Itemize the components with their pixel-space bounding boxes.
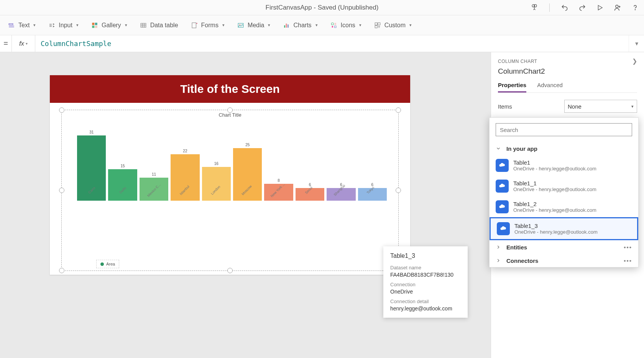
resize-handle[interactable] — [59, 268, 64, 273]
svg-rect-7 — [95, 23, 97, 25]
section-in-your-app[interactable]: In your app — [490, 142, 638, 155]
datasource-item[interactable]: Table1_2OneDrive - henry.legge@outlook.c… — [490, 196, 638, 217]
connection-detail-value: henry.legge@outlook.com — [390, 305, 461, 312]
search-input[interactable] — [496, 123, 632, 136]
ribbon-custom[interactable]: Custom▾ — [374, 21, 412, 29]
datasource-items: Table1OneDrive - henry.legge@outlook.com… — [490, 155, 638, 240]
title-bar: FirstCanvasApp - Saved (Unpublished) — [0, 0, 644, 15]
chart-bar[interactable]: 16 — [202, 162, 231, 201]
onedrive-icon — [496, 159, 509, 172]
chart-bar[interactable]: 15 — [108, 164, 137, 201]
chart-legend[interactable]: Area — [96, 260, 119, 268]
svg-rect-11 — [192, 23, 196, 28]
ribbon-gallery-label: Gallery — [102, 22, 121, 29]
svg-rect-8 — [92, 25, 94, 28]
help-icon[interactable] — [631, 3, 639, 12]
screen-title: Title of the Screen — [50, 75, 410, 103]
ribbon-charts[interactable]: Charts▾ — [283, 21, 317, 29]
panel-tabs: Properties Advanced — [498, 82, 637, 93]
svg-rect-12 — [238, 23, 243, 27]
svg-rect-10 — [141, 23, 146, 27]
chevron-down-icon: ▾ — [222, 23, 225, 28]
bar-value-label: 22 — [183, 149, 187, 153]
resize-handle[interactable] — [227, 268, 233, 273]
chevron-down-icon: ▾ — [26, 41, 28, 46]
ribbon-icons-label: Icons — [341, 22, 355, 29]
canvas-frame[interactable]: Title of the Screen Chart Title 31151122… — [50, 75, 410, 275]
ribbon-gallery[interactable]: Gallery▾ — [91, 21, 127, 29]
chart-bar[interactable]: 22 — [171, 149, 199, 201]
chart-bar[interactable]: 11 — [140, 172, 168, 201]
ribbon-input-label: Input — [59, 22, 72, 29]
redo-icon[interactable] — [578, 3, 586, 12]
datasource-search — [496, 123, 632, 136]
section-entities[interactable]: Entities ••• — [490, 240, 638, 254]
ribbon: Text▾ Input▾ Gallery▾ Data table Forms▾ … — [0, 15, 644, 35]
section-label: Connectors — [506, 257, 538, 264]
dataset-name-label: Dataset name — [390, 265, 461, 271]
fx-label: fx — [19, 40, 24, 48]
svg-point-3 — [616, 5, 618, 8]
prop-items-select[interactable]: None▾ — [564, 100, 637, 113]
tab-advanced[interactable]: Advanced — [537, 82, 563, 92]
resize-handle[interactable] — [396, 188, 401, 193]
legend-label: Area — [106, 262, 115, 266]
chevron-down-icon — [496, 146, 502, 152]
charts-icon — [283, 21, 290, 29]
svg-point-1 — [534, 4, 537, 7]
chevron-down-icon: ▾ — [359, 23, 361, 28]
ribbon-input[interactable]: Input▾ — [48, 21, 79, 29]
chevron-right-icon — [496, 244, 502, 251]
resize-handle[interactable] — [59, 188, 64, 193]
formula-expand-icon[interactable]: ▾ — [629, 35, 644, 52]
more-icon[interactable]: ••• — [624, 244, 632, 251]
chart-title[interactable]: Chart Title — [62, 111, 398, 119]
svg-rect-14 — [284, 25, 285, 28]
connection-label: Connection — [390, 282, 461, 287]
bar-rect — [171, 154, 199, 201]
chart-xaxis: CairoDelhiMexico C...IstanbulLondonMosco… — [77, 202, 387, 206]
prop-items-label: Items — [498, 103, 512, 110]
datasource-item[interactable]: Table1_1OneDrive - henry.legge@outlook.c… — [490, 176, 638, 196]
fx-button[interactable]: fx▾ — [12, 35, 35, 52]
section-connectors[interactable]: Connectors ••• — [490, 254, 638, 267]
panel-header-label: COLUMN CHART — [498, 59, 537, 64]
datasource-info-card: Table1_3 Dataset name FA4BADB8183CF7B8!1… — [383, 246, 468, 318]
svg-rect-6 — [92, 23, 94, 25]
more-icon[interactable]: ••• — [624, 257, 632, 264]
custom-icon — [374, 21, 381, 29]
chart-selection[interactable]: Chart Title 3115112216258666 CairoDelhiM… — [61, 110, 399, 271]
ribbon-icons[interactable]: Icons▾ — [330, 21, 361, 29]
bar-value-label: 16 — [214, 162, 219, 166]
section-label: Entities — [506, 244, 527, 251]
chevron-down-icon: ▾ — [409, 23, 412, 28]
chevron-down-icon: ▾ — [631, 104, 634, 109]
formula-input[interactable] — [35, 35, 629, 52]
undo-icon[interactable] — [560, 3, 569, 12]
bar-value-label: 25 — [245, 143, 250, 147]
bar-rect — [233, 148, 262, 201]
chevron-down-icon: ▾ — [33, 23, 36, 28]
datasource-item[interactable]: Table1OneDrive - henry.legge@outlook.com — [490, 155, 638, 176]
ribbon-data-table[interactable]: Data table — [140, 21, 178, 29]
share-user-icon[interactable] — [613, 3, 622, 12]
svg-marker-2 — [598, 5, 603, 10]
ribbon-text[interactable]: Text▾ — [8, 21, 36, 29]
panel-collapse-icon[interactable]: ❯ — [632, 58, 637, 65]
datasource-popup: In your app Table1OneDrive - henry.legge… — [489, 117, 639, 267]
ds-item-subtitle: OneDrive - henry.legge@outlook.com — [514, 229, 598, 235]
ribbon-media[interactable]: Media▾ — [237, 21, 271, 29]
datasource-item[interactable]: Table1_3OneDrive - henry.legge@outlook.c… — [490, 217, 638, 240]
play-icon[interactable] — [596, 3, 604, 12]
tab-properties[interactable]: Properties — [498, 82, 526, 92]
app-title: FirstCanvasApp - Saved (Unpublished) — [266, 4, 379, 12]
text-icon — [8, 21, 15, 29]
bar-value-label: 11 — [152, 172, 156, 177]
section-label: In your app — [506, 145, 537, 152]
onedrive-icon — [496, 200, 509, 213]
input-icon — [48, 21, 56, 29]
chevron-down-icon: ▾ — [315, 23, 318, 28]
health-icon[interactable] — [530, 3, 539, 12]
title-actions — [530, 3, 639, 12]
ribbon-forms[interactable]: Forms▾ — [191, 21, 225, 29]
